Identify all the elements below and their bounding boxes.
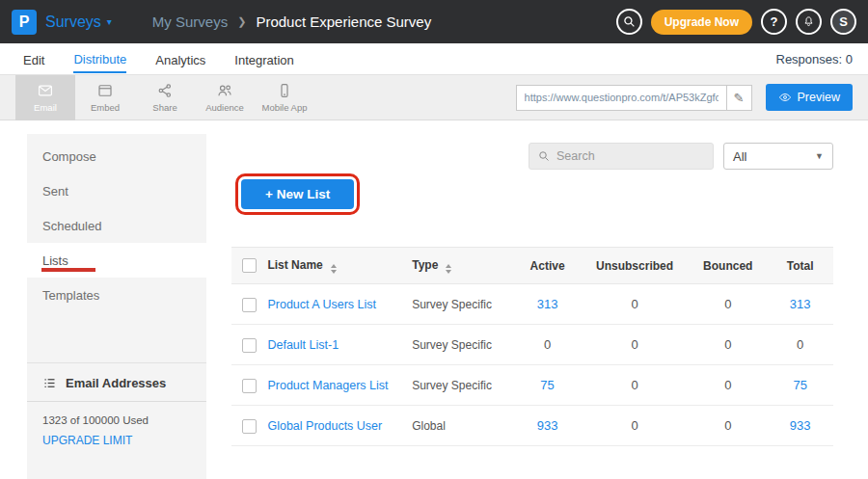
search-icon bbox=[538, 150, 550, 162]
surveys-product-menu[interactable]: Surveys ▾ bbox=[45, 13, 112, 31]
list-name-link[interactable]: Default List-1 bbox=[267, 338, 339, 352]
select-all-checkbox[interactable] bbox=[242, 258, 257, 273]
list-name-link[interactable]: Product Managers List bbox=[267, 379, 388, 392]
table-row: Default List-1 Survey Specific 0 0 0 0 bbox=[231, 325, 833, 365]
tab-analytics[interactable]: Analytics bbox=[155, 46, 205, 72]
avatar[interactable]: S bbox=[830, 9, 856, 35]
help-button[interactable]: ? bbox=[761, 9, 787, 35]
header-list-name[interactable]: List Name bbox=[267, 248, 412, 284]
content-area: Compose Sent Scheduled Lists Templates E… bbox=[0, 120, 868, 479]
unsubscribed-count: 0 bbox=[581, 365, 689, 406]
active-count[interactable]: 0 bbox=[514, 325, 581, 365]
bounced-count: 0 bbox=[689, 406, 767, 446]
bounced-count: 0 bbox=[689, 365, 767, 406]
email-addresses-section: Email Addresses 1323 of 100000 Used UPGR… bbox=[27, 362, 206, 448]
breadcrumb-my-surveys[interactable]: My Surveys bbox=[152, 13, 228, 30]
sidebar-item-sent[interactable]: Sent bbox=[27, 173, 206, 208]
mobile-app-icon bbox=[276, 82, 293, 99]
product-name: Surveys bbox=[45, 13, 101, 31]
survey-tabs: Edit Distribute Analytics Integration Re… bbox=[0, 43, 868, 75]
search-icon bbox=[623, 15, 636, 28]
pencil-icon: ✎ bbox=[734, 91, 745, 105]
table-row: Product A Users List Survey Specific 313… bbox=[231, 284, 833, 325]
unsubscribed-count: 0 bbox=[581, 284, 689, 325]
notifications-button[interactable] bbox=[796, 9, 822, 35]
channel-mobile-app[interactable]: Mobile App bbox=[255, 75, 314, 120]
tab-edit[interactable]: Edit bbox=[23, 46, 44, 72]
email-icon bbox=[37, 82, 54, 99]
topbar: P Surveys ▾ My Surveys ❯ Product Experie… bbox=[0, 0, 868, 43]
filter-selected-value: All bbox=[733, 149, 746, 164]
list-type: Global bbox=[412, 406, 514, 446]
active-count[interactable]: 933 bbox=[514, 406, 581, 446]
chevron-down-icon: ▾ bbox=[107, 16, 112, 27]
sidebar-item-compose[interactable]: Compose bbox=[27, 139, 206, 173]
total-count[interactable]: 75 bbox=[767, 365, 833, 406]
email-sidebar: Compose Sent Scheduled Lists Templates E… bbox=[27, 134, 206, 479]
header-type[interactable]: Type bbox=[412, 248, 514, 284]
eye-icon bbox=[778, 91, 792, 104]
breadcrumb-separator-icon: ❯ bbox=[237, 15, 246, 28]
channel-share[interactable]: Share bbox=[135, 75, 195, 120]
annotation-underline bbox=[41, 268, 95, 272]
breadcrumb: My Surveys ❯ Product Experience Survey bbox=[152, 13, 431, 30]
list-name-link[interactable]: Product A Users List bbox=[267, 298, 376, 311]
breadcrumb-current-survey: Product Experience Survey bbox=[256, 13, 431, 30]
channel-audience[interactable]: Audience bbox=[195, 75, 255, 120]
usage-text: 1323 of 100000 Used bbox=[27, 402, 206, 426]
list-name-link[interactable]: Global Products User bbox=[267, 419, 382, 433]
total-count[interactable]: 933 bbox=[767, 406, 833, 446]
table-row: Product Managers List Survey Specific 75… bbox=[231, 365, 833, 406]
header-bounced: Bounced bbox=[689, 248, 767, 284]
header-active: Active bbox=[514, 248, 581, 284]
tab-distribute[interactable]: Distribute bbox=[73, 45, 126, 73]
edit-url-button[interactable]: ✎ bbox=[726, 85, 752, 111]
tab-integration[interactable]: Integration bbox=[234, 46, 293, 72]
channel-email[interactable]: Email bbox=[15, 75, 75, 120]
upgrade-limit-link[interactable]: UPGRADE LIMIT bbox=[27, 426, 148, 447]
embed-icon bbox=[96, 82, 114, 99]
questionpro-logo[interactable]: P bbox=[12, 10, 37, 35]
total-count[interactable]: 0 bbox=[767, 325, 833, 365]
bounced-count: 0 bbox=[689, 325, 767, 365]
responses-count[interactable]: Responses: 0 bbox=[776, 52, 854, 67]
upgrade-now-button[interactable]: Upgrade Now bbox=[651, 10, 752, 35]
question-mark-icon: ? bbox=[771, 14, 778, 29]
filter-dropdown[interactable]: All ▼ bbox=[723, 143, 833, 170]
sidebar-item-templates[interactable]: Templates bbox=[27, 278, 206, 312]
search-button[interactable] bbox=[616, 9, 642, 35]
survey-url-input[interactable] bbox=[516, 85, 726, 111]
list-type: Survey Specific bbox=[412, 284, 514, 325]
row-checkbox[interactable] bbox=[242, 338, 257, 353]
table-row: Global Products User Global 933 0 0 933 bbox=[231, 406, 833, 446]
table-header-row: List Name Type Active Unsubscribed Bounc… bbox=[231, 248, 833, 284]
audience-icon bbox=[216, 82, 233, 99]
active-count[interactable]: 313 bbox=[514, 284, 581, 325]
channel-embed[interactable]: Embed bbox=[75, 75, 135, 120]
sidebar-item-scheduled[interactable]: Scheduled bbox=[27, 208, 206, 243]
total-count[interactable]: 313 bbox=[767, 284, 833, 325]
list-icon bbox=[42, 376, 57, 390]
new-list-button[interactable]: + New List bbox=[241, 179, 354, 209]
unsubscribed-count: 0 bbox=[581, 406, 689, 446]
list-type: Survey Specific bbox=[412, 365, 514, 406]
preview-button[interactable]: Preview bbox=[766, 84, 853, 111]
lists-table: List Name Type Active Unsubscribed Bounc… bbox=[231, 247, 833, 446]
sidebar-item-lists[interactable]: Lists bbox=[27, 243, 206, 278]
row-checkbox[interactable] bbox=[242, 419, 257, 434]
sort-icon[interactable] bbox=[331, 264, 337, 274]
annotation-highlight: + New List bbox=[235, 173, 360, 215]
row-checkbox[interactable] bbox=[242, 379, 257, 393]
topbar-actions: Upgrade Now ? S bbox=[616, 9, 856, 35]
search-input[interactable] bbox=[556, 149, 704, 163]
chevron-down-icon: ▼ bbox=[815, 151, 824, 161]
list-type: Survey Specific bbox=[412, 325, 514, 365]
active-count[interactable]: 75 bbox=[514, 365, 581, 406]
lists-panel: All ▼ + New List List Name bbox=[231, 134, 833, 479]
row-checkbox[interactable] bbox=[242, 298, 257, 312]
logo-letter: P bbox=[19, 13, 30, 31]
bounced-count: 0 bbox=[689, 284, 767, 325]
email-addresses-header: Email Addresses bbox=[27, 363, 206, 402]
sort-icon[interactable] bbox=[446, 264, 451, 274]
avatar-letter: S bbox=[839, 14, 848, 29]
